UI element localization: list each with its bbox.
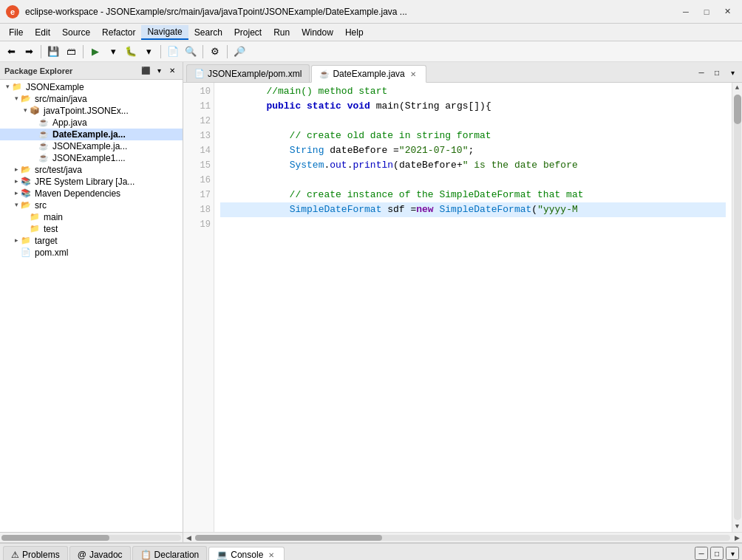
tree-arrow-main bbox=[21, 213, 30, 222]
tab-pom-xml[interactable]: 📄 JSONExample/pom.xml bbox=[186, 64, 310, 82]
tree-arrow-jre: ▸ bbox=[12, 177, 21, 186]
toolbar-save-all[interactable]: 🗃 bbox=[63, 44, 79, 60]
tab-date-example[interactable]: ☕ DateExample.java ✕ bbox=[311, 65, 426, 83]
toolbar-search[interactable]: 🔎 bbox=[231, 44, 248, 60]
tree-item-target[interactable]: ▸ 📁 target bbox=[0, 235, 183, 247]
editor-horizontal-scrollbar[interactable]: ◀ ▶ bbox=[183, 532, 742, 542]
tree-arrow-test bbox=[21, 225, 30, 233]
tree-label: target bbox=[35, 236, 58, 246]
pe-close-btn[interactable]: ✕ bbox=[166, 65, 178, 77]
vscroll-down-btn[interactable]: ▼ bbox=[732, 522, 743, 532]
tree-item-javatpoint[interactable]: ▾ 📦 javaTpoint.JSONEx... bbox=[0, 105, 183, 117]
tree-item-pom[interactable]: 📄 pom.xml bbox=[0, 247, 183, 259]
java-file-icon: ☕ bbox=[38, 129, 50, 140]
pe-menu-btn[interactable]: ▾ bbox=[153, 65, 165, 77]
tab-declaration[interactable]: 📋 Declaration bbox=[132, 546, 208, 560]
hscroll-thumb[interactable] bbox=[195, 535, 382, 541]
toolbar-run[interactable]: ▶ bbox=[87, 44, 103, 60]
toolbar-new[interactable]: 📄 bbox=[165, 44, 181, 60]
tree-item-jre[interactable]: ▸ 📚 JRE System Library [Ja... bbox=[0, 176, 183, 188]
menu-navigate[interactable]: Navigate bbox=[141, 25, 188, 40]
tree-item-jsonex1-file[interactable]: ☕ JSONExample1.... bbox=[0, 152, 183, 164]
toolbar-perspective[interactable]: ⚙ bbox=[207, 44, 223, 60]
toolbar-debug[interactable]: 🐛 bbox=[123, 44, 139, 60]
toolbar-save[interactable]: 💾 bbox=[45, 44, 61, 60]
date-tab-label: DateExample.java bbox=[333, 69, 404, 79]
toolbar-forward[interactable]: ➡ bbox=[21, 44, 37, 60]
tree-item-test[interactable]: 📁 test bbox=[0, 223, 183, 235]
tree-label: javaTpoint.JSONEx... bbox=[44, 106, 129, 116]
tree-item-jsonex-file[interactable]: ☕ JSONExample.ja... bbox=[0, 140, 183, 152]
bottom-view-menu-btn[interactable]: ▾ bbox=[726, 547, 739, 560]
menu-window[interactable]: Window bbox=[296, 26, 339, 39]
code-line-12 bbox=[220, 114, 726, 129]
hscroll-track[interactable] bbox=[195, 535, 730, 541]
tree-item-maven[interactable]: ▸ 📚 Maven Dependencies bbox=[0, 188, 183, 199]
minimize-button[interactable]: ─ bbox=[677, 4, 695, 19]
toolbar-run-dropdown[interactable]: ▾ bbox=[105, 44, 121, 60]
code-line-10: //main() method start bbox=[220, 84, 726, 99]
src-icon: 📂 bbox=[21, 200, 33, 211]
menu-bar: File Edit Source Refactor Navigate Searc… bbox=[0, 24, 742, 41]
menu-refactor[interactable]: Refactor bbox=[96, 26, 141, 39]
javadoc-tab-label: Javadoc bbox=[89, 550, 123, 560]
menu-source[interactable]: Source bbox=[56, 26, 96, 39]
tree-item-src[interactable]: ▾ 📂 src bbox=[0, 199, 183, 211]
code-content[interactable]: //main() method start public static void… bbox=[214, 83, 732, 532]
menu-help[interactable]: Help bbox=[339, 26, 370, 39]
maximize-button[interactable]: □ bbox=[698, 4, 715, 19]
vscroll-up-btn[interactable]: ▲ bbox=[732, 83, 743, 93]
java-file-icon: ☕ bbox=[38, 153, 50, 163]
date-tab-close[interactable]: ✕ bbox=[408, 69, 418, 79]
close-button[interactable]: ✕ bbox=[718, 4, 736, 19]
tree-item-main[interactable]: 📁 main bbox=[0, 211, 183, 223]
editor-area: 📄 JSONExample/pom.xml ☕ DateExample.java… bbox=[183, 62, 742, 542]
editor-tab-bar: 📄 JSONExample/pom.xml ☕ DateExample.java… bbox=[183, 62, 742, 83]
menu-run[interactable]: Run bbox=[268, 26, 296, 39]
bottom-minimize-btn[interactable]: ─ bbox=[695, 547, 708, 560]
editor-minimize-btn[interactable]: ─ bbox=[695, 66, 708, 79]
problems-tab-label: Problems bbox=[22, 550, 60, 560]
tree-item-json-example[interactable]: ▾ 📁 JSONExample bbox=[0, 81, 183, 93]
editor-vertical-scrollbar[interactable]: ▲ ▼ bbox=[732, 83, 742, 532]
declaration-tab-icon: 📋 bbox=[140, 550, 152, 560]
vscroll-track[interactable] bbox=[734, 95, 741, 520]
editor-view-menu-btn[interactable]: ▾ bbox=[726, 66, 739, 79]
code-editor: 10 11 12 13 14 15 16 17 18 19 //main() m… bbox=[183, 83, 742, 532]
problems-tab-icon: ⚠ bbox=[11, 550, 19, 560]
hscroll-right-btn[interactable]: ▶ bbox=[732, 533, 742, 543]
package-explorer: Package Explorer ⬛ ▾ ✕ ▾ 📁 JSONExample ▾… bbox=[0, 62, 183, 542]
tree-arrow-pom bbox=[12, 248, 21, 257]
menu-file[interactable]: File bbox=[3, 26, 29, 39]
tree-label: src/main/java bbox=[35, 94, 87, 104]
tab-console[interactable]: 💻 Console ✕ bbox=[208, 547, 285, 560]
tree-arrow-jex bbox=[30, 142, 38, 151]
bottom-maximize-btn[interactable]: □ bbox=[710, 547, 724, 560]
tree-label: JSONExample1.... bbox=[52, 153, 126, 163]
pe-horizontal-scrollbar[interactable] bbox=[0, 532, 183, 542]
vscroll-thumb[interactable] bbox=[734, 95, 741, 124]
tree-arrow-src: ▾ bbox=[12, 95, 21, 103]
menu-edit[interactable]: Edit bbox=[29, 26, 56, 39]
bottom-tab-bar: ⚠ Problems @ Javadoc 📋 Declaration 💻 Con… bbox=[0, 544, 742, 560]
tree-item-src-main[interactable]: ▾ 📂 src/main/java bbox=[0, 93, 183, 105]
hscroll-left-btn[interactable]: ◀ bbox=[183, 533, 194, 543]
toolbar: ⬅ ➡ 💾 🗃 ▶ ▾ 🐛 ▾ 📄 🔍 ⚙ 🔎 bbox=[0, 41, 742, 62]
tab-javadoc[interactable]: @ Javadoc bbox=[69, 546, 131, 560]
console-tab-icon: 💻 bbox=[217, 550, 228, 560]
toolbar-back[interactable]: ⬅ bbox=[3, 44, 19, 60]
tree-arrow-maven: ▸ bbox=[12, 189, 21, 198]
toolbar-debug-dropdown[interactable]: ▾ bbox=[140, 44, 157, 60]
tree-item-app-java[interactable]: ☕ App.java bbox=[0, 117, 183, 129]
pe-collapse-btn[interactable]: ⬛ bbox=[140, 65, 152, 77]
editor-maximize-btn[interactable]: □ bbox=[710, 66, 724, 79]
tree-label: Maven Dependencies bbox=[35, 188, 120, 199]
menu-search[interactable]: Search bbox=[188, 26, 228, 39]
toolbar-open-type[interactable]: 🔍 bbox=[183, 44, 199, 60]
tree-label: src/test/java bbox=[35, 165, 82, 175]
tree-item-src-test[interactable]: ▸ 📂 src/test/java bbox=[0, 164, 183, 176]
tab-problems[interactable]: ⚠ Problems bbox=[3, 546, 68, 560]
console-tab-close[interactable]: ✕ bbox=[266, 550, 276, 560]
menu-project[interactable]: Project bbox=[228, 26, 268, 39]
tree-item-date-example[interactable]: ☕ DateExample.ja... bbox=[0, 129, 183, 140]
